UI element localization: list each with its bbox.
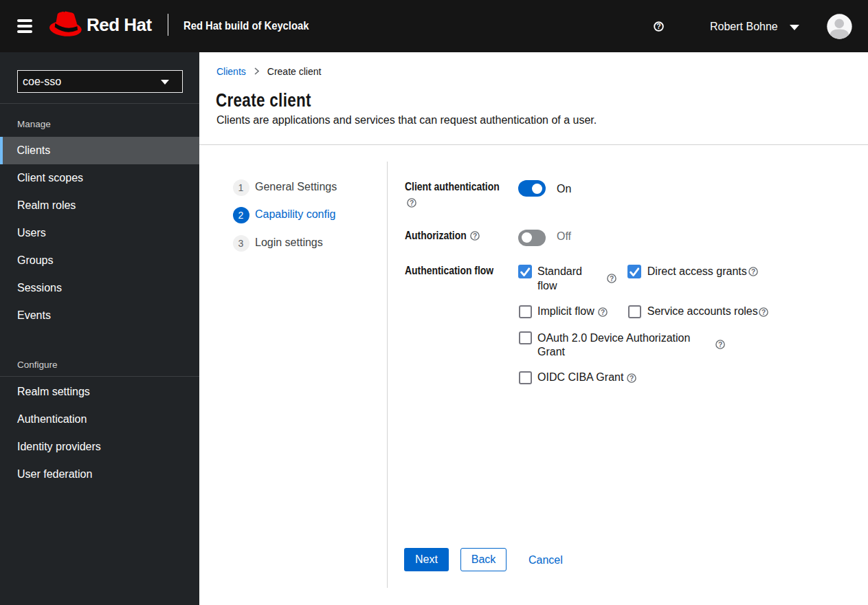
svg-text:?: ?	[630, 374, 634, 382]
svg-text:?: ?	[656, 22, 660, 30]
svg-text:?: ?	[410, 199, 414, 207]
svg-text:?: ?	[610, 275, 614, 283]
svg-text:?: ?	[761, 309, 766, 316]
svg-text:?: ?	[601, 308, 605, 316]
svg-text:?: ?	[473, 232, 477, 240]
svg-text:?: ?	[718, 341, 722, 349]
svg-text:?: ?	[751, 268, 755, 276]
